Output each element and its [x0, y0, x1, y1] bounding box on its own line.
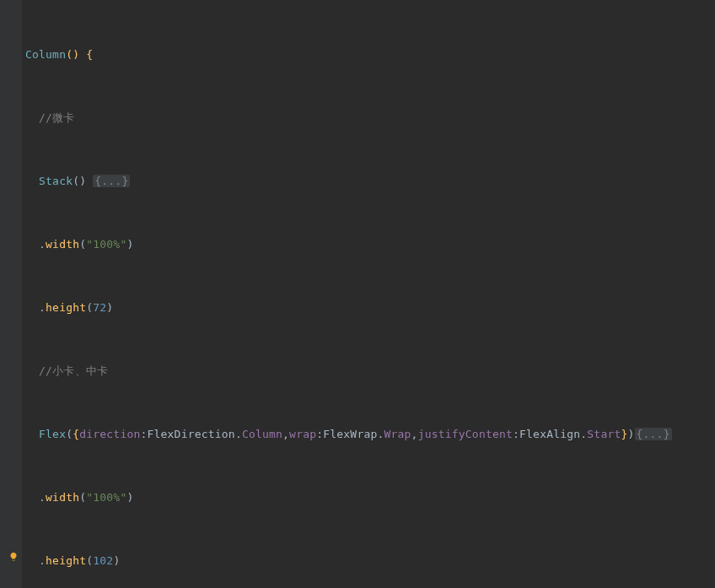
fold-marker[interactable]: {...}: [93, 175, 130, 187]
editor-gutter: [0, 0, 22, 588]
code-line: //小卡、中卡: [25, 360, 715, 381]
code-line: .width("100%"): [25, 487, 715, 508]
code-line: Column() {: [25, 44, 715, 65]
code-line: Stack() {...}: [25, 170, 715, 192]
lightbulb-icon[interactable]: [8, 552, 19, 562]
code-line: Flex({direction:FlexDirection.Column,wra…: [25, 423, 715, 445]
code-area[interactable]: Column() { //微卡 Stack() {...} .width("10…: [25, 2, 715, 588]
code-line: .height(72): [25, 297, 715, 318]
code-line: .width("100%"): [25, 234, 715, 255]
fold-marker[interactable]: {...}: [635, 428, 672, 440]
code-line: //微卡: [25, 107, 715, 128]
code-line: .height(102): [25, 550, 715, 571]
